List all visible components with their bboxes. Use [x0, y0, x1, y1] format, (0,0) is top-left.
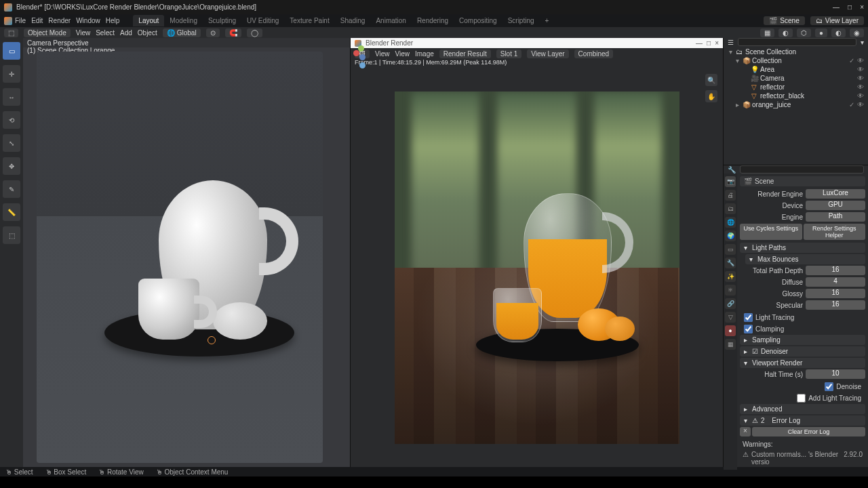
overlay-icon[interactable]: ◐: [778, 28, 793, 37]
tab-scripting[interactable]: Scripting: [502, 15, 540, 26]
tab-sculpting[interactable]: Sculpting: [203, 15, 241, 26]
menu-render[interactable]: Render: [48, 17, 71, 24]
shading-wire-icon[interactable]: ⬡: [797, 28, 811, 37]
outliner-filter-icon[interactable]: ▾: [861, 39, 864, 46]
outliner-search[interactable]: [738, 38, 856, 46]
vh-object[interactable]: Object: [138, 29, 157, 37]
tool-cursor[interactable]: ✛: [3, 65, 20, 83]
tab-animation[interactable]: Animation: [370, 15, 411, 26]
vis-toggle-icon[interactable]: 👁: [857, 57, 864, 64]
tool-annotate[interactable]: ✎: [3, 180, 20, 198]
menu-help[interactable]: Help: [106, 17, 120, 24]
tab-uv[interactable]: UV Editing: [241, 15, 284, 26]
tool-addcube[interactable]: ⬚: [3, 226, 20, 244]
tool-measure[interactable]: 📏: [3, 203, 20, 221]
props-breadcrumb[interactable]: 🎬 Scene: [740, 176, 865, 186]
outliner-item-reflector[interactable]: ▽reflector👁: [724, 83, 868, 92]
sec-lightpaths[interactable]: ▾Light Paths: [740, 243, 865, 253]
editor-type-icon[interactable]: ⬚: [4, 28, 18, 37]
tab-rendering[interactable]: Rendering: [412, 15, 454, 26]
tab-layout[interactable]: Layout: [133, 15, 164, 26]
img-view2[interactable]: View: [395, 50, 410, 58]
vis-toggle-icon[interactable]: ✓: [849, 57, 854, 64]
ptab-constraint[interactable]: 🔗: [725, 298, 736, 309]
render-close-icon[interactable]: ×: [715, 39, 719, 47]
outliner-item-collection[interactable]: ▾📦Collection✓👁: [724, 56, 868, 65]
menu-file[interactable]: File: [15, 17, 26, 24]
vh-select[interactable]: Select: [96, 29, 115, 37]
img-viewlayer[interactable]: View Layer: [527, 49, 568, 58]
sec-denoiser[interactable]: ▸☑ Denoiser: [740, 346, 865, 357]
shading-solid-icon[interactable]: ●: [815, 28, 827, 37]
img-image[interactable]: Image: [415, 50, 434, 58]
chk-light-tracing[interactable]: [744, 313, 753, 322]
ptab-scene[interactable]: 🌐: [725, 217, 736, 228]
props-search[interactable]: [740, 165, 864, 174]
ptab-render[interactable]: 📷: [725, 176, 736, 187]
properties-body[interactable]: 🎬 Scene Render EngineLuxCore DeviceGPU E…: [737, 174, 868, 470]
tool-scale[interactable]: ⤡: [3, 134, 20, 152]
nav-gizmo[interactable]: [351, 43, 372, 64]
sec-sampling[interactable]: ▸Sampling: [740, 335, 865, 345]
outliner-item-reflector_black[interactable]: ▽reflector_black👁: [724, 92, 868, 100]
outliner-item-area[interactable]: 💡Area👁: [724, 65, 868, 74]
vis-toggle-icon[interactable]: 👁: [857, 101, 864, 108]
outliner-type-icon[interactable]: ☰: [728, 39, 734, 46]
ptab-object[interactable]: ▭: [725, 244, 736, 255]
minimize-button[interactable]: —: [833, 3, 840, 11]
snap-icon[interactable]: 🧲: [225, 28, 241, 37]
tab-add[interactable]: +: [540, 15, 555, 26]
img-pan-icon[interactable]: ✋: [705, 90, 717, 102]
engine-select[interactable]: Path: [806, 212, 865, 222]
vh-view[interactable]: View: [76, 29, 91, 37]
proportional-icon[interactable]: ◯: [247, 28, 262, 37]
outliner-item-orange_juice[interactable]: ▸📦orange_juice✓👁: [724, 100, 868, 109]
vis-toggle-icon[interactable]: ✓: [849, 101, 854, 108]
tab-shading[interactable]: Shading: [335, 15, 371, 26]
gizmo-negz-icon[interactable]: [359, 62, 366, 68]
specular-bounces[interactable]: 16: [806, 300, 865, 310]
shading-matprev-icon[interactable]: ◐: [831, 28, 846, 37]
props-type-icon[interactable]: 🔧: [728, 166, 736, 174]
ptab-data[interactable]: ▽: [725, 312, 736, 323]
close-button[interactable]: ×: [860, 3, 864, 11]
menu-window[interactable]: Window: [76, 17, 100, 24]
tab-modeling[interactable]: Modeling: [164, 15, 203, 26]
btn-use-cycles[interactable]: Use Cycles Settings: [740, 224, 802, 240]
tool-rotate[interactable]: ⟲: [3, 111, 20, 129]
sec-errorlog[interactable]: ▾⚠ 2 Error Log: [740, 415, 865, 426]
ptab-modifier[interactable]: 🔧: [725, 258, 736, 268]
mode-select[interactable]: Object Mode: [24, 28, 71, 37]
vh-add[interactable]: Add: [120, 29, 132, 37]
overlay-gizmo-icon[interactable]: ▦: [760, 28, 774, 37]
sec-maxbounces[interactable]: ▾Max Bounces: [745, 254, 865, 264]
btn-clear-errorlog[interactable]: Clear Error Log: [752, 427, 865, 436]
gizmo-x-icon[interactable]: [353, 50, 359, 56]
device-select[interactable]: GPU: [806, 201, 865, 210]
ptab-material[interactable]: ●: [725, 325, 736, 336]
tool-select-box[interactable]: ▭: [3, 42, 20, 60]
3d-viewport[interactable]: Camera Perspective (1) Scene Collection …: [23, 38, 350, 467]
tool-move[interactable]: ↔: [3, 88, 20, 106]
total-depth[interactable]: 16: [806, 266, 865, 275]
render-max-icon[interactable]: □: [707, 39, 711, 47]
vis-toggle-icon[interactable]: 👁: [857, 66, 864, 73]
scene-select[interactable]: 🎬 Scene: [764, 16, 804, 25]
outliner-item-camera[interactable]: 🎥Camera👁: [724, 74, 868, 83]
img-slot[interactable]: Slot 1: [496, 49, 522, 58]
ptab-world[interactable]: 🌍: [725, 230, 736, 241]
outliner[interactable]: ▾🗂 Scene Collection ▾📦Collection✓👁💡Area👁…: [724, 46, 868, 165]
btn-close-err[interactable]: ×: [740, 427, 751, 436]
chk-clamping[interactable]: [744, 325, 753, 333]
outliner-root[interactable]: ▾🗂 Scene Collection: [724, 47, 868, 56]
gizmo-z-icon[interactable]: [359, 54, 366, 60]
tab-compositing[interactable]: Compositing: [454, 15, 502, 26]
glossy-bounces[interactable]: 16: [806, 289, 865, 298]
pivot-icon[interactable]: ⊙: [206, 28, 220, 37]
ptab-particle[interactable]: ✨: [725, 271, 736, 282]
sec-viewport[interactable]: ▾Viewport Render: [740, 358, 865, 368]
shading-rendered-icon[interactable]: ◉: [850, 28, 864, 37]
img-pass[interactable]: Combined: [574, 49, 614, 58]
img-view1[interactable]: View: [375, 50, 390, 58]
viewport-canvas[interactable]: [37, 52, 323, 463]
